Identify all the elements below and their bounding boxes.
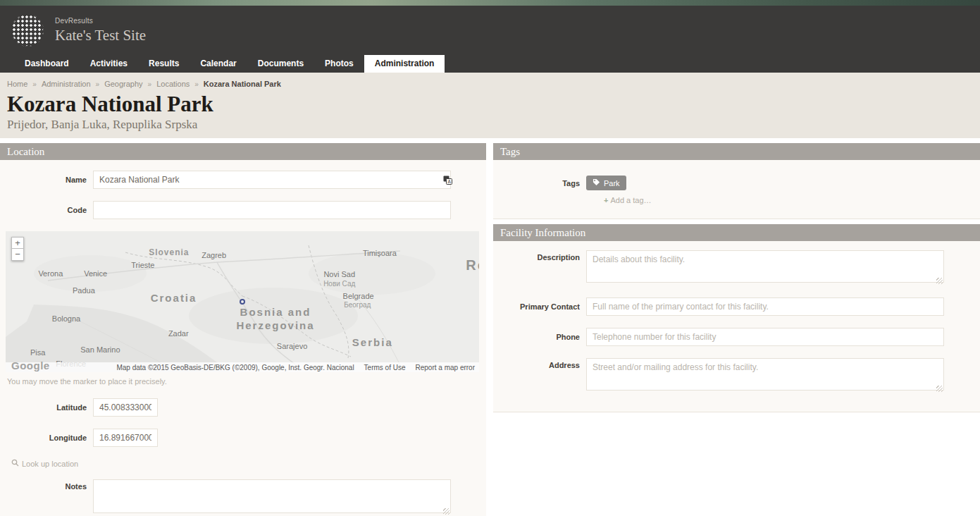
devresults-logo[interactable]: [11, 14, 44, 47]
crumb-locations[interactable]: Locations: [156, 80, 190, 88]
location-map[interactable]: Slovenia Zagreb Trieste Timișoara Verona…: [6, 231, 479, 372]
plus-icon: +: [604, 196, 608, 204]
section-gap: [493, 219, 980, 224]
page-hero: Home » Administration » Geography » Loca…: [0, 73, 980, 138]
content: Location Name A: [0, 143, 980, 516]
latitude-label: Latitude: [0, 398, 93, 417]
zoom-in-button[interactable]: +: [11, 237, 24, 249]
address-label: Address: [493, 358, 586, 393]
zoom-out-button[interactable]: −: [11, 249, 24, 261]
name-label: Name: [0, 171, 93, 189]
crumb-separator: »: [194, 80, 199, 88]
crumb-administration[interactable]: Administration: [42, 80, 91, 88]
nav-dashboard[interactable]: Dashboard: [14, 55, 80, 73]
brand-block: DevResults Kate's Test Site: [55, 17, 146, 44]
crumb-separator: »: [96, 80, 100, 88]
page-subtitle: Prijedor, Banja Luka, Repuplika Srpska: [7, 118, 980, 132]
crumb-home[interactable]: Home: [7, 80, 27, 88]
translate-icon[interactable]: A: [443, 175, 452, 188]
primary-contact-label: Primary Contact: [493, 297, 586, 316]
top-header: DevResults Kate's Test Site: [0, 6, 980, 55]
crumb-separator: »: [148, 80, 152, 88]
svg-text:A: A: [447, 179, 451, 184]
crumb-separator: »: [32, 80, 37, 88]
location-section: Location Name A: [0, 143, 486, 516]
resize-grip-icon[interactable]: [443, 508, 449, 515]
page: DevResults Kate's Test Site Dashboard Ac…: [0, 0, 980, 516]
description-textarea-wrap: [586, 250, 944, 285]
tag-label: Park: [604, 179, 620, 188]
map-marker[interactable]: [240, 299, 245, 305]
add-tag-label: Add a tag…: [610, 196, 651, 204]
name-row: Name A: [0, 171, 486, 189]
main-nav: Dashboard Activities Results Calendar Do…: [0, 55, 980, 73]
site-title[interactable]: Kate's Test Site: [55, 27, 146, 44]
crumb-current: Kozara National Park: [204, 80, 281, 88]
address-row: Address: [493, 358, 980, 393]
longitude-input[interactable]: [93, 429, 158, 447]
name-input[interactable]: [93, 171, 451, 189]
map-attribution-bar: Map data ©2015 GeoBasis-DE/BKG (©2009), …: [6, 362, 479, 372]
notes-textarea-wrap: [93, 479, 451, 516]
nav-photos[interactable]: Photos: [314, 55, 364, 73]
report-map-error-link[interactable]: Report a map error: [416, 364, 475, 371]
lookup-location-link[interactable]: Look up location: [11, 459, 486, 468]
nav-results[interactable]: Results: [138, 55, 190, 73]
description-row: Description: [493, 250, 980, 285]
brand-name: DevResults: [55, 17, 146, 25]
longitude-row: Longitude: [0, 429, 486, 447]
description-textarea[interactable]: [586, 250, 944, 283]
facility-section-header: Facility Information: [493, 224, 980, 241]
phone-input[interactable]: [586, 328, 944, 346]
address-textarea[interactable]: [586, 358, 944, 391]
longitude-label: Longitude: [0, 429, 93, 447]
tags-label: Tags: [493, 176, 586, 190]
code-row: Code: [0, 201, 486, 219]
google-logo[interactable]: Google: [11, 360, 50, 371]
lookup-location-label: Look up location: [22, 460, 78, 468]
code-input[interactable]: [93, 201, 451, 219]
description-label: Description: [493, 250, 586, 285]
page-title: Kozara National Park: [7, 92, 980, 116]
nav-activities[interactable]: Activities: [80, 55, 138, 73]
map-attribution-text: Map data ©2015 GeoBasis-DE/BKG (©2009), …: [116, 364, 354, 371]
latitude-input[interactable]: [93, 398, 158, 417]
add-tag-link[interactable]: +Add a tag…: [604, 196, 980, 204]
magnifier-icon: [11, 459, 19, 468]
name-input-wrap: A: [93, 171, 451, 189]
background-photo-strip: [0, 0, 980, 6]
nav-documents[interactable]: Documents: [247, 55, 314, 73]
notes-row: Notes: [0, 479, 486, 516]
primary-contact-input[interactable]: [586, 297, 944, 316]
breadcrumb: Home » Administration » Geography » Loca…: [7, 80, 980, 88]
terms-of-use-link[interactable]: Terms of Use: [364, 364, 406, 371]
resize-grip-icon[interactable]: [936, 386, 943, 392]
right-column: Tags Tags Park +Add a: [493, 143, 980, 412]
tag-chip-park[interactable]: Park: [586, 176, 626, 190]
location-section-header: Location: [0, 143, 486, 160]
location-panel: Name A Code: [0, 160, 486, 516]
address-textarea-wrap: [586, 358, 944, 393]
notes-textarea[interactable]: [93, 479, 451, 513]
tags-section-header: Tags: [493, 143, 980, 160]
phone-row: Phone: [493, 328, 980, 346]
crumb-geography[interactable]: Geography: [104, 80, 142, 88]
marker-hint: You may move the marker to place it prec…: [7, 377, 486, 386]
tags-row: Tags Park: [493, 176, 980, 190]
code-label: Code: [0, 201, 93, 219]
nav-administration[interactable]: Administration: [364, 55, 445, 73]
tag-icon: [593, 178, 600, 188]
latitude-row: Latitude: [0, 398, 486, 417]
tags-panel: Tags Park +Add a tag…: [493, 160, 980, 219]
facility-panel: Description Primary Contact Phone Addres…: [493, 241, 980, 412]
map-zoom-control: + −: [11, 237, 24, 261]
phone-label: Phone: [493, 328, 586, 346]
primary-contact-row: Primary Contact: [493, 297, 980, 316]
nav-calendar[interactable]: Calendar: [190, 55, 247, 73]
notes-label: Notes: [0, 479, 93, 516]
resize-grip-icon[interactable]: [936, 278, 943, 284]
